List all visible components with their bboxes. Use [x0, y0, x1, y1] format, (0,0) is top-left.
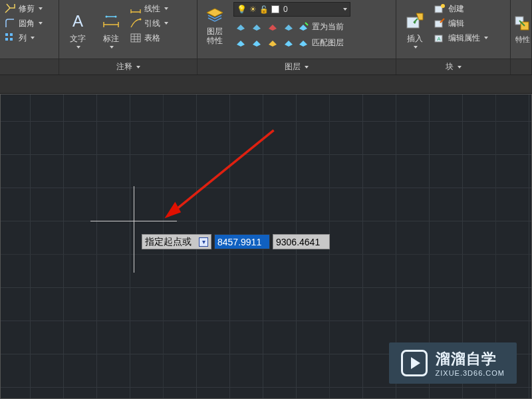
chevron-down-icon: [458, 66, 462, 68]
dynamic-prompt: 指定起点或 ▾: [142, 234, 211, 249]
color-swatch: [271, 5, 279, 13]
chevron-down-icon: [414, 46, 418, 49]
chevron-down-icon: [110, 46, 114, 49]
props-label: 特性: [515, 35, 530, 45]
watermark-brand: 溜溜自学: [436, 349, 505, 369]
panel-layers: 图层 特性 💡 ☀ 🔓 0: [198, 0, 396, 59]
svg-rect-0: [5, 33, 8, 36]
panel-annotation: A 文字 标注 线性: [59, 0, 198, 59]
edit-button[interactable]: 编辑: [432, 17, 505, 30]
layer-tool-icon[interactable]: [281, 35, 296, 50]
create-icon: [434, 3, 446, 15]
leader-label: 引线: [144, 18, 160, 29]
editattr-icon: A: [434, 32, 446, 44]
matchlayer-icon: [297, 37, 309, 49]
props-match-button[interactable]: 特性: [513, 1, 532, 57]
chevron-down-icon: [305, 66, 309, 68]
ribbon-titles: 注释 图层 块: [0, 59, 532, 75]
text-button[interactable]: A 文字: [62, 1, 94, 57]
svg-rect-3: [10, 38, 13, 41]
svg-point-5: [106, 15, 108, 17]
dynamic-prompt-text: 指定起点或: [145, 236, 192, 248]
panel-title-label: 块: [446, 61, 454, 72]
create-button[interactable]: 创建: [432, 2, 505, 15]
array-button[interactable]: 列: [3, 31, 56, 45]
setcurrent-button[interactable]: 置为当前: [297, 19, 361, 34]
array-label: 列: [19, 33, 27, 44]
bulb-icon: 💡: [237, 5, 247, 14]
matchlayer-button[interactable]: 匹配图层: [297, 35, 361, 50]
svg-rect-8: [131, 34, 140, 42]
layer-properties-label: 图层 特性: [207, 27, 223, 45]
lock-icon: 🔓: [259, 5, 269, 14]
insert-label: 插入: [407, 33, 423, 45]
panel-properties: 特性: [511, 0, 532, 59]
chevron-down-icon: [164, 7, 168, 10]
text-label: 文字: [70, 33, 86, 45]
sub-toolbar: [0, 75, 532, 94]
layer-tool-icon[interactable]: [281, 19, 296, 34]
dynamic-x-input[interactable]: 8457.9911: [214, 234, 270, 249]
editattr-button[interactable]: A 编辑属性: [432, 31, 505, 45]
fillet-label: 圆角: [19, 18, 35, 29]
play-icon: [401, 350, 428, 376]
layer-tool-icon[interactable]: [249, 19, 264, 34]
table-button[interactable]: 表格: [128, 31, 192, 45]
panel-title-label: 图层: [285, 61, 301, 72]
panel-title-modify[interactable]: [0, 59, 59, 74]
props-icon: [513, 15, 532, 33]
layer-tool-icon[interactable]: [233, 35, 248, 50]
layer-tool-icon[interactable]: [265, 35, 280, 50]
setcurrent-label: 置为当前: [312, 21, 344, 33]
svg-rect-2: [5, 38, 8, 41]
svg-point-7: [140, 19, 142, 21]
dynamic-y-input[interactable]: 9306.4641: [273, 234, 330, 249]
panel-title-block[interactable]: 块: [396, 59, 511, 74]
panel-title-layers[interactable]: 图层: [198, 59, 396, 74]
chevron-down-icon: [39, 7, 43, 10]
layer-tool-icon[interactable]: [233, 19, 248, 34]
dynamic-y-value: 9306.4641: [276, 237, 320, 247]
layer-properties-button[interactable]: 图层 特性: [200, 5, 229, 46]
panel-title-annotation[interactable]: 注释: [59, 59, 198, 74]
leader-button[interactable]: 引线: [128, 17, 192, 30]
edit-label: 编辑: [448, 18, 464, 29]
layer-tool-icon[interactable]: [265, 19, 280, 34]
layer-tools-grid: 置为当前 匹配图层: [233, 19, 350, 50]
linear-label: 线性: [144, 3, 160, 15]
sun-icon: ☀: [249, 5, 257, 14]
layers-icon: [205, 6, 225, 26]
dynamic-menu-icon[interactable]: ▾: [199, 237, 208, 247]
linear-icon: [130, 3, 142, 15]
svg-rect-11: [435, 6, 442, 13]
layer-dropdown[interactable]: 💡 ☀ 🔓 0: [233, 2, 350, 17]
dynamic-x-value: 8457.9911: [217, 237, 261, 247]
panel-title-props[interactable]: [511, 59, 532, 74]
svg-point-12: [441, 4, 445, 8]
chevron-down-icon: [164, 22, 168, 25]
panel-block: 插入 创建 编辑 A 编辑属性: [396, 0, 511, 59]
trim-label: 修剪: [19, 3, 35, 15]
dimension-button[interactable]: 标注: [95, 1, 127, 57]
fillet-button[interactable]: 圆角: [3, 17, 56, 30]
chevron-down-icon: [343, 8, 347, 11]
editattr-label: 编辑属性: [448, 33, 480, 44]
svg-text:A: A: [72, 12, 83, 30]
trim-icon: [4, 3, 16, 15]
chevron-down-icon: [39, 22, 43, 25]
trim-button[interactable]: 修剪: [3, 2, 56, 15]
dimension-icon: [100, 11, 122, 32]
edit-icon: [434, 17, 446, 29]
table-label: 表格: [144, 33, 160, 44]
layer-name: 0: [283, 5, 288, 14]
layer-tool-icon[interactable]: [249, 35, 264, 50]
setcurrent-icon: [297, 21, 309, 33]
insert-button[interactable]: 插入: [399, 1, 431, 57]
svg-point-6: [115, 15, 117, 17]
svg-rect-1: [10, 33, 13, 36]
text-icon: A: [67, 11, 88, 32]
dimension-label: 标注: [103, 33, 119, 45]
linear-button[interactable]: 线性: [128, 2, 192, 15]
drawing-canvas[interactable]: 指定起点或 ▾ 8457.9911 9306.4641 溜溜自学 ZIXUE.3…: [0, 94, 532, 399]
chevron-down-icon: [484, 37, 488, 39]
